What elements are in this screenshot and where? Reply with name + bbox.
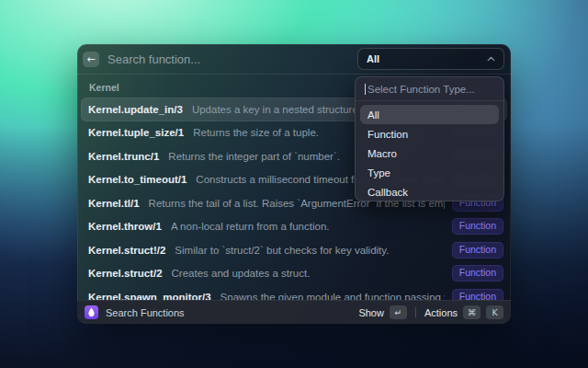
- dropdown-filter-input[interactable]: Select Function Type...: [356, 77, 503, 101]
- divider: [415, 307, 416, 317]
- function-type-select[interactable]: All: [357, 48, 504, 70]
- command-palette-window: ← Search function... All Kernel Kernel.u…: [77, 44, 511, 324]
- search-header: ← Search function... All: [77, 44, 511, 75]
- function-name: Kernel.throw/1: [88, 221, 162, 232]
- back-arrow-icon: ←: [86, 53, 95, 65]
- footer-hints: Show ↵ Actions ⌘ K: [358, 305, 503, 319]
- function-type-select-value: All: [367, 53, 379, 64]
- text-cursor: [365, 84, 366, 95]
- dropdown-options: All Function Macro Type Callback: [356, 101, 503, 201]
- function-name: Kernel.tuple_size/1: [88, 127, 184, 138]
- show-label: Show: [358, 307, 384, 318]
- elixir-drop-icon: [85, 305, 98, 319]
- cmd-key-icon[interactable]: ⌘: [463, 305, 481, 319]
- enter-key-icon[interactable]: ↵: [390, 305, 407, 319]
- list-item[interactable]: Kernel.throw/1 A non-local return from a…: [81, 215, 507, 239]
- dropdown-option-macro[interactable]: Macro: [360, 144, 499, 163]
- function-type-badge: Function: [452, 218, 503, 235]
- dropdown-option-all[interactable]: All: [360, 105, 499, 124]
- function-description: A non-local return from a function.: [171, 221, 445, 232]
- dropdown-option-callback[interactable]: Callback: [360, 182, 499, 201]
- function-name: Kernel.struct!/2: [88, 245, 165, 256]
- function-name: Kernel.struct/2: [88, 268, 163, 279]
- function-name: Kernel.to_timeout/1: [88, 174, 187, 185]
- function-description: Creates and updates a struct.: [172, 268, 445, 279]
- search-input[interactable]: Search function...: [107, 52, 357, 66]
- function-description: Similar to `struct/2` but checks for key…: [175, 245, 444, 256]
- dropdown-filter-placeholder: Select Function Type...: [368, 84, 475, 95]
- k-key-icon[interactable]: K: [486, 305, 503, 319]
- action-bar: Search Functions Show ↵ Actions ⌘ K: [77, 300, 511, 324]
- function-name: Kernel.update_in/3: [88, 104, 183, 115]
- chevron-up-icon: [487, 56, 495, 62]
- actions-label: Actions: [424, 307, 458, 318]
- function-type-badge: Function: [452, 242, 503, 259]
- command-title: Search Functions: [106, 307, 358, 318]
- dropdown-option-type[interactable]: Type: [360, 163, 499, 182]
- list-item[interactable]: Kernel.struct!/2 Similar to `struct/2` b…: [81, 238, 507, 262]
- back-button[interactable]: ←: [83, 52, 99, 67]
- function-name: Kernel.trunc/1: [88, 151, 159, 162]
- dropdown-option-function[interactable]: Function: [360, 124, 499, 144]
- function-type-badge: Function: [452, 265, 503, 282]
- function-name: Kernel.tl/1: [88, 198, 140, 209]
- list-item[interactable]: Kernel.struct/2 Creates and updates a st…: [81, 262, 507, 286]
- function-type-dropdown: Select Function Type... All Function Mac…: [355, 76, 504, 201]
